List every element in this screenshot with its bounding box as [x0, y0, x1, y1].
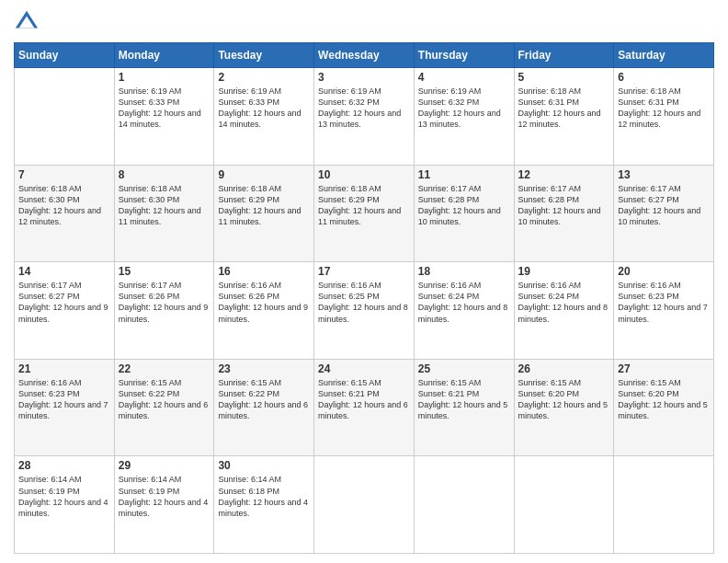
day-number: 12 — [518, 168, 610, 181]
calendar-cell: 7Sunrise: 6:18 AMSunset: 6:30 PMDaylight… — [15, 165, 115, 262]
day-number: 30 — [218, 459, 310, 472]
logo — [14, 9, 43, 35]
day-info: Sunrise: 6:15 AMSunset: 6:21 PMDaylight:… — [318, 377, 410, 422]
day-info: Sunrise: 6:14 AMSunset: 6:19 PMDaylight:… — [18, 474, 110, 519]
day-info: Sunrise: 6:16 AMSunset: 6:24 PMDaylight:… — [418, 280, 510, 325]
day-info: Sunrise: 6:18 AMSunset: 6:29 PMDaylight:… — [318, 183, 410, 228]
day-info: Sunrise: 6:15 AMSunset: 6:22 PMDaylight:… — [119, 377, 210, 422]
day-number: 29 — [119, 459, 210, 472]
day-info: Sunrise: 6:15 AMSunset: 6:20 PMDaylight:… — [518, 377, 610, 422]
calendar-cell: 14Sunrise: 6:17 AMSunset: 6:27 PMDayligh… — [15, 262, 115, 360]
day-number: 25 — [418, 362, 510, 375]
day-number: 22 — [119, 362, 210, 375]
day-number: 5 — [518, 71, 610, 84]
day-info: Sunrise: 6:15 AMSunset: 6:20 PMDaylight:… — [618, 377, 710, 422]
calendar-week-row: 28Sunrise: 6:14 AMSunset: 6:19 PMDayligh… — [15, 456, 714, 554]
calendar-cell: 1Sunrise: 6:19 AMSunset: 6:33 PMDaylight… — [114, 68, 214, 166]
calendar-cell — [414, 456, 514, 554]
day-info: Sunrise: 6:16 AMSunset: 6:23 PMDaylight:… — [18, 377, 110, 422]
day-number: 20 — [618, 265, 710, 278]
weekday-header: Tuesday — [214, 43, 314, 68]
day-info: Sunrise: 6:16 AMSunset: 6:23 PMDaylight:… — [618, 280, 710, 325]
day-number: 1 — [119, 71, 210, 84]
day-number: 18 — [418, 265, 510, 278]
day-info: Sunrise: 6:18 AMSunset: 6:29 PMDaylight:… — [218, 183, 310, 228]
weekday-header: Saturday — [614, 43, 714, 68]
calendar-cell: 21Sunrise: 6:16 AMSunset: 6:23 PMDayligh… — [15, 359, 115, 456]
calendar-cell: 25Sunrise: 6:15 AMSunset: 6:21 PMDayligh… — [414, 359, 514, 456]
day-info: Sunrise: 6:19 AMSunset: 6:32 PMDaylight:… — [318, 86, 410, 131]
calendar-cell: 8Sunrise: 6:18 AMSunset: 6:30 PMDaylight… — [114, 165, 214, 262]
day-info: Sunrise: 6:16 AMSunset: 6:26 PMDaylight:… — [218, 280, 310, 325]
day-info: Sunrise: 6:16 AMSunset: 6:24 PMDaylight:… — [518, 280, 610, 325]
day-number: 16 — [218, 265, 310, 278]
day-number: 2 — [218, 71, 310, 84]
weekday-header: Friday — [514, 43, 614, 68]
calendar-cell: 12Sunrise: 6:17 AMSunset: 6:28 PMDayligh… — [514, 165, 614, 262]
day-info: Sunrise: 6:17 AMSunset: 6:27 PMDaylight:… — [18, 280, 110, 325]
calendar-cell — [314, 456, 415, 554]
calendar-cell: 9Sunrise: 6:18 AMSunset: 6:29 PMDaylight… — [214, 165, 314, 262]
calendar-cell: 26Sunrise: 6:15 AMSunset: 6:20 PMDayligh… — [514, 359, 614, 456]
day-number: 9 — [218, 168, 310, 181]
day-info: Sunrise: 6:16 AMSunset: 6:25 PMDaylight:… — [318, 280, 410, 325]
day-info: Sunrise: 6:15 AMSunset: 6:21 PMDaylight:… — [418, 377, 510, 422]
day-number: 4 — [418, 71, 510, 84]
day-number: 17 — [318, 265, 410, 278]
calendar-cell: 11Sunrise: 6:17 AMSunset: 6:28 PMDayligh… — [414, 165, 514, 262]
day-info: Sunrise: 6:19 AMSunset: 6:33 PMDaylight:… — [218, 86, 310, 131]
calendar-cell: 27Sunrise: 6:15 AMSunset: 6:20 PMDayligh… — [614, 359, 714, 456]
calendar-cell — [614, 456, 714, 554]
day-number: 24 — [318, 362, 410, 375]
calendar-cell: 17Sunrise: 6:16 AMSunset: 6:25 PMDayligh… — [314, 262, 415, 360]
calendar-cell: 2Sunrise: 6:19 AMSunset: 6:33 PMDaylight… — [214, 68, 314, 166]
day-number: 14 — [18, 265, 110, 278]
calendar-header-row: SundayMondayTuesdayWednesdayThursdayFrid… — [15, 43, 714, 68]
day-info: Sunrise: 6:17 AMSunset: 6:28 PMDaylight:… — [518, 183, 610, 228]
day-info: Sunrise: 6:18 AMSunset: 6:30 PMDaylight:… — [119, 183, 210, 228]
weekday-header: Monday — [114, 43, 214, 68]
day-info: Sunrise: 6:14 AMSunset: 6:18 PMDaylight:… — [218, 474, 310, 519]
calendar-table: SundayMondayTuesdayWednesdayThursdayFrid… — [14, 42, 714, 554]
calendar-cell: 20Sunrise: 6:16 AMSunset: 6:23 PMDayligh… — [614, 262, 714, 360]
day-number: 21 — [18, 362, 110, 375]
day-number: 6 — [618, 71, 710, 84]
calendar-cell: 18Sunrise: 6:16 AMSunset: 6:24 PMDayligh… — [414, 262, 514, 360]
day-number: 28 — [18, 459, 110, 472]
day-number: 26 — [518, 362, 610, 375]
calendar-cell: 24Sunrise: 6:15 AMSunset: 6:21 PMDayligh… — [314, 359, 415, 456]
logo-icon — [14, 9, 40, 35]
calendar-cell: 19Sunrise: 6:16 AMSunset: 6:24 PMDayligh… — [514, 262, 614, 360]
calendar-cell: 4Sunrise: 6:19 AMSunset: 6:32 PMDaylight… — [414, 68, 514, 166]
calendar-cell — [15, 68, 115, 166]
day-info: Sunrise: 6:19 AMSunset: 6:32 PMDaylight:… — [418, 86, 510, 131]
day-number: 13 — [618, 168, 710, 181]
calendar-cell: 13Sunrise: 6:17 AMSunset: 6:27 PMDayligh… — [614, 165, 714, 262]
header — [14, 9, 714, 35]
day-number: 19 — [518, 265, 610, 278]
calendar-week-row: 7Sunrise: 6:18 AMSunset: 6:30 PMDaylight… — [15, 165, 714, 262]
calendar-week-row: 21Sunrise: 6:16 AMSunset: 6:23 PMDayligh… — [15, 359, 714, 456]
day-number: 3 — [318, 71, 410, 84]
weekday-header: Wednesday — [314, 43, 415, 68]
day-info: Sunrise: 6:17 AMSunset: 6:28 PMDaylight:… — [418, 183, 510, 228]
weekday-header: Sunday — [15, 43, 115, 68]
calendar-cell: 29Sunrise: 6:14 AMSunset: 6:19 PMDayligh… — [114, 456, 214, 554]
calendar-cell: 23Sunrise: 6:15 AMSunset: 6:22 PMDayligh… — [214, 359, 314, 456]
calendar-cell: 6Sunrise: 6:18 AMSunset: 6:31 PMDaylight… — [614, 68, 714, 166]
day-number: 23 — [218, 362, 310, 375]
day-info: Sunrise: 6:15 AMSunset: 6:22 PMDaylight:… — [218, 377, 310, 422]
day-info: Sunrise: 6:18 AMSunset: 6:31 PMDaylight:… — [618, 86, 710, 131]
calendar-cell: 30Sunrise: 6:14 AMSunset: 6:18 PMDayligh… — [214, 456, 314, 554]
day-info: Sunrise: 6:18 AMSunset: 6:30 PMDaylight:… — [18, 183, 110, 228]
calendar-cell: 5Sunrise: 6:18 AMSunset: 6:31 PMDaylight… — [514, 68, 614, 166]
day-info: Sunrise: 6:17 AMSunset: 6:26 PMDaylight:… — [119, 280, 210, 325]
calendar-cell: 28Sunrise: 6:14 AMSunset: 6:19 PMDayligh… — [15, 456, 115, 554]
day-info: Sunrise: 6:19 AMSunset: 6:33 PMDaylight:… — [119, 86, 210, 131]
day-number: 10 — [318, 168, 410, 181]
calendar-cell: 15Sunrise: 6:17 AMSunset: 6:26 PMDayligh… — [114, 262, 214, 360]
calendar-cell: 22Sunrise: 6:15 AMSunset: 6:22 PMDayligh… — [114, 359, 214, 456]
calendar-cell: 3Sunrise: 6:19 AMSunset: 6:32 PMDaylight… — [314, 68, 415, 166]
day-info: Sunrise: 6:14 AMSunset: 6:19 PMDaylight:… — [119, 474, 210, 519]
day-number: 27 — [618, 362, 710, 375]
